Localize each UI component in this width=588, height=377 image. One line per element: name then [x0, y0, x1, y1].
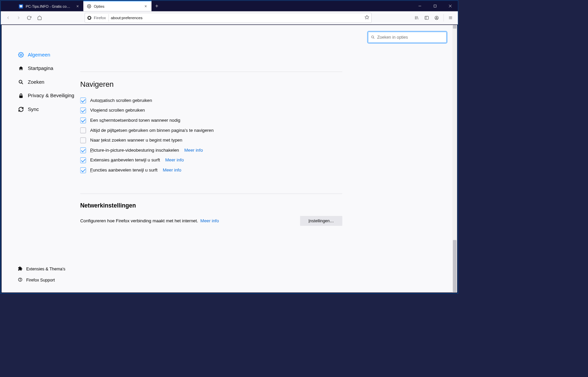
tab-title: PC-Tips.INFO - Gratis compute [26, 4, 73, 8]
toolbar-right [412, 13, 455, 23]
scroll-up-icon[interactable] [453, 25, 457, 29]
minimize-button[interactable] [412, 1, 427, 11]
category-label: Privacy & Beveiliging [28, 93, 74, 99]
svg-rect-24 [19, 96, 23, 98]
sync-icon [18, 106, 24, 113]
category-home[interactable]: Startpagina [15, 62, 80, 75]
divider [80, 194, 342, 194]
category-label: Algemeen [28, 52, 50, 58]
category-label: Zoeken [28, 79, 44, 85]
checkbox-row: Automatisch scrollen gebruiken [80, 96, 342, 106]
toolbar-separator [444, 14, 444, 22]
firefox-logo-icon [87, 15, 92, 20]
nav-toolbar: Firefox about:preferences [1, 11, 458, 25]
newtab-button[interactable]: + [152, 1, 162, 11]
tab-options[interactable]: Opties × [83, 1, 152, 11]
url-bar[interactable]: Firefox about:preferences [85, 13, 372, 23]
checkbox-label[interactable]: Vloeiend scrollen gebruiken [90, 108, 145, 113]
home-icon [18, 65, 24, 72]
search-icon [18, 79, 24, 85]
back-button[interactable] [3, 13, 13, 23]
svg-point-3 [89, 6, 90, 7]
scroll-thumb[interactable] [453, 240, 457, 293]
network-settings-button[interactable]: Instellingen… [300, 216, 342, 226]
vertical-scrollbar[interactable] [452, 25, 457, 293]
svg-line-13 [417, 16, 418, 19]
bookmark-star-icon[interactable] [365, 15, 369, 20]
svg-line-28 [373, 38, 374, 39]
category-label: Sync [28, 107, 39, 112]
checkbox[interactable] [80, 167, 86, 173]
checkbox-label[interactable]: Altijd de pijltoetsen gebruiken om binne… [90, 128, 213, 133]
puzzle-icon [18, 266, 23, 272]
checkbox-row: Functies aanbevelen terwijl u surft Meer… [80, 165, 342, 175]
category-search[interactable]: Zoeken [15, 75, 80, 89]
checkbox-label[interactable]: Een schermtoetsenbord tonen wanneer nodi… [90, 118, 180, 123]
addons-link[interactable]: Extensies & Thema's [15, 264, 80, 275]
category-general[interactable]: Algemeen [15, 48, 80, 62]
section-title: Navigeren [80, 80, 342, 89]
menu-button[interactable] [446, 13, 455, 23]
checkbox[interactable] [80, 117, 86, 123]
category-sync[interactable]: Sync [15, 103, 80, 116]
more-info-link[interactable]: Meer info [184, 148, 203, 153]
more-info-link[interactable]: Meer info [163, 167, 181, 173]
support-link[interactable]: Firefox Support [15, 275, 80, 286]
checkbox[interactable] [80, 98, 86, 103]
checkbox[interactable] [80, 138, 86, 143]
close-icon[interactable]: × [76, 4, 80, 8]
svg-rect-14 [425, 16, 429, 19]
more-info-link[interactable]: Meer info [200, 218, 219, 223]
section-title: Netwerkinstellingen [80, 202, 342, 209]
forward-button[interactable] [14, 13, 23, 23]
checkbox[interactable] [80, 127, 86, 133]
reload-button[interactable] [25, 13, 34, 23]
search-field[interactable] [377, 35, 444, 40]
url-text: about:preferences [111, 15, 142, 20]
checkbox[interactable] [80, 157, 86, 163]
network-description: Configureren hoe Firefox verbinding maak… [80, 218, 219, 224]
svg-rect-5 [434, 5, 436, 7]
sidebar-button[interactable] [422, 13, 431, 23]
browsing-section: Navigeren Automatisch scrollen gebruiken… [80, 72, 342, 175]
preferences-page: Algemeen Startpagina Zoeken Privacy & Be… [2, 25, 457, 293]
svg-point-17 [436, 17, 437, 18]
gear-icon [18, 52, 24, 58]
help-icon [18, 277, 23, 283]
search-icon [371, 35, 375, 39]
identity-box[interactable]: Firefox [87, 14, 109, 22]
checkbox[interactable] [80, 108, 86, 113]
checkbox-label[interactable]: Picture-in-picture-videobesturing inscha… [90, 148, 179, 153]
more-info-link[interactable]: Meer info [165, 158, 184, 163]
svg-point-21 [20, 54, 22, 55]
account-button[interactable] [432, 13, 441, 23]
close-window-button[interactable] [443, 1, 458, 11]
library-button[interactable] [412, 13, 421, 23]
checkbox-row: Picture-in-picture-videobesturing inscha… [80, 145, 342, 155]
titlebar: PC-Tips.INFO - Gratis compute × Opties ×… [1, 1, 458, 11]
checkbox-row: Altijd de pijltoetsen gebruiken om binne… [80, 125, 342, 136]
checkbox[interactable] [80, 147, 86, 153]
maximize-button[interactable] [427, 1, 443, 11]
checkbox-row: Een schermtoetsenbord tonen wanneer nodi… [80, 115, 342, 125]
checkbox-label[interactable]: Extensies aanbevelen terwijl u surft [90, 158, 160, 163]
identity-label: Firefox [94, 15, 106, 20]
checkbox-row: Extensies aanbevelen terwijl u surft Mee… [80, 155, 342, 165]
checkbox-row: Vloeiend scrollen gebruiken [80, 106, 342, 116]
checkbox-label[interactable]: Automatisch scrollen gebruiken [90, 98, 152, 103]
main-pane: Navigeren Automatisch scrollen gebruiken… [80, 25, 457, 293]
tab-strip: PC-Tips.INFO - Gratis compute × Opties ×… [1, 1, 162, 11]
tab-title: Opties [94, 4, 141, 8]
home-button[interactable] [35, 13, 44, 23]
svg-point-22 [19, 80, 22, 83]
checkbox-label[interactable]: Naar tekst zoeken wanneer u begint met t… [90, 138, 182, 143]
browser-window: PC-Tips.INFO - Gratis compute × Opties ×… [1, 1, 458, 294]
close-icon[interactable]: × [143, 4, 148, 8]
search-options-input[interactable] [368, 32, 447, 43]
tab-pctips[interactable]: PC-Tips.INFO - Gratis compute × [15, 1, 83, 11]
category-privacy[interactable]: Privacy & Beveiliging [15, 89, 80, 103]
category-label: Startpagina [28, 66, 53, 71]
addons-label: Extensies & Thema's [26, 267, 66, 271]
lock-icon [18, 92, 24, 99]
checkbox-label[interactable]: Functies aanbevelen terwijl u surft [90, 167, 157, 173]
